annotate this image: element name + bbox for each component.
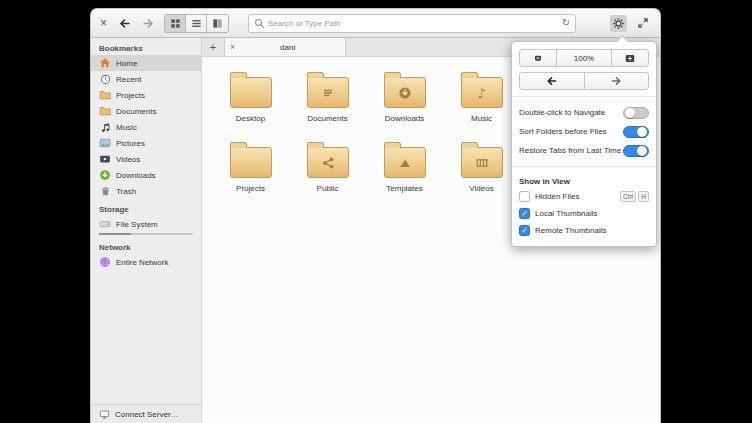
new-tab-button[interactable]: + (202, 38, 224, 56)
file-label: Projects (236, 184, 265, 193)
setting-label: Local Thumbnails (535, 209, 598, 218)
setting-label: Hidden Files (535, 192, 579, 201)
harddrive-icon (99, 218, 111, 230)
sidebar-item-label: Music (116, 123, 137, 132)
zoom-out-icon (531, 52, 545, 64)
sidebar-item-pictures[interactable]: Pictures (91, 135, 201, 151)
folder-videos[interactable]: Videos (443, 141, 520, 193)
filmstrip-emblem-icon (475, 156, 489, 170)
keycap-h: H (638, 191, 649, 202)
back-button[interactable] (116, 15, 133, 32)
tab-title: dani (235, 43, 340, 52)
sidebar-item-trash[interactable]: Trash (91, 183, 201, 199)
sidebar-section-storage-title: Storage (91, 199, 201, 216)
list-view-button[interactable] (186, 15, 207, 32)
file-label: Documents (307, 114, 347, 123)
zoom-in-button[interactable] (611, 49, 649, 67)
mountain-emblem-icon (398, 156, 412, 170)
search-icon (254, 18, 265, 29)
forward-arrow-icon (142, 17, 155, 30)
double-click-toggle[interactable] (623, 107, 649, 119)
column-view-button[interactable] (207, 15, 228, 32)
setting-row-remote-thumbnails: ✓ Remote Thumbnails (519, 222, 649, 239)
sidebar-item-label: Pictures (116, 139, 145, 148)
setting-label: Restore Tabs from Last Time (519, 146, 621, 155)
picture-icon (99, 137, 111, 149)
folder-icon (307, 77, 349, 108)
hidden-files-checkbox[interactable] (519, 191, 530, 202)
folder-icon (307, 147, 349, 178)
folder-icon (384, 147, 426, 178)
undo-button[interactable] (519, 72, 585, 90)
sidebar-item-downloads[interactable]: Downloads (91, 167, 201, 183)
sidebar-item-file-system[interactable]: File System (91, 216, 201, 232)
settings-gear-button[interactable] (610, 15, 627, 32)
zoom-out-button[interactable] (519, 49, 557, 67)
sidebar-item-entire-network[interactable]: Entire Network (91, 254, 201, 270)
view-switcher (164, 14, 229, 33)
folder-public[interactable]: Public (289, 141, 366, 193)
setting-label: Double-click to Navigate (519, 108, 605, 117)
setting-row-local-thumbnails: ✓ Local Thumbnails (519, 205, 649, 222)
zoom-control: 100% (519, 49, 649, 67)
sidebar-item-videos[interactable]: Videos (91, 151, 201, 167)
folder-templates[interactable]: Templates (366, 141, 443, 193)
trash-icon (99, 185, 111, 197)
sidebar-item-recent[interactable]: Recent (91, 71, 201, 87)
file-manager-window: × ↻ (90, 8, 661, 423)
remote-thumbnails-checkbox[interactable]: ✓ (519, 225, 530, 236)
folder-icon (230, 77, 272, 108)
column-view-icon (212, 18, 223, 29)
sidebar-item-label: Trash (116, 187, 136, 196)
grid-view-button[interactable] (165, 15, 186, 32)
refresh-icon[interactable]: ↻ (562, 18, 570, 28)
window-close-button[interactable]: × (100, 17, 107, 29)
folder-icon (99, 89, 111, 101)
file-label: Videos (469, 184, 493, 193)
folder-downloads[interactable]: Downloads (366, 71, 443, 123)
sidebar-item-documents[interactable]: Documents (91, 103, 201, 119)
setting-label: Sort Folders before Files (519, 127, 607, 136)
sidebar-item-label: Documents (116, 107, 156, 116)
local-thumbnails-checkbox[interactable]: ✓ (519, 208, 530, 219)
popover-separator (512, 166, 656, 167)
setting-row-double-click: Double-click to Navigate (519, 103, 649, 122)
forward-button[interactable] (140, 15, 157, 32)
search-bar[interactable]: ↻ (248, 14, 576, 33)
sidebar-item-label: Projects (116, 91, 145, 100)
sidebar-item-music[interactable]: Music (91, 119, 201, 135)
redo-arrow-icon (610, 75, 623, 87)
folder-icon (230, 147, 272, 178)
toggle-knob (625, 108, 635, 118)
folder-desktop[interactable]: Desktop (212, 71, 289, 123)
folder-documents[interactable]: Documents (289, 71, 366, 123)
sidebar-item-projects[interactable]: Projects (91, 87, 201, 103)
headerbar: × ↻ (90, 8, 661, 38)
search-input[interactable] (268, 19, 559, 28)
music-note-emblem-icon: ♪ (477, 86, 485, 99)
folder-projects[interactable]: Projects (212, 141, 289, 193)
sidebar-item-label: File System (116, 220, 158, 229)
toggle-knob (637, 127, 647, 137)
sidebar-item-label: Recent (116, 75, 141, 84)
storage-usage-fill (99, 233, 131, 235)
network-globe-icon (99, 256, 111, 268)
sidebar-item-label: Home (116, 59, 137, 68)
setting-label: Remote Thumbnails (535, 226, 606, 235)
file-label: Templates (386, 184, 422, 193)
sort-folders-toggle[interactable] (623, 126, 649, 138)
redo-button[interactable] (584, 72, 650, 90)
keycap-ctrl: Ctrl (620, 191, 636, 202)
sidebar-item-label: Downloads (116, 171, 156, 180)
folder-music[interactable]: ♪ Music (443, 71, 520, 123)
connect-server-button[interactable]: Connect Server… (91, 404, 201, 423)
folder-icon (384, 77, 426, 108)
fullscreen-button[interactable] (634, 15, 651, 32)
sidebar-item-home[interactable]: Home (91, 55, 201, 71)
tab-dani[interactable]: × dani (224, 38, 346, 56)
connect-server-label: Connect Server… (115, 410, 179, 419)
restore-tabs-toggle[interactable] (623, 145, 649, 157)
file-label: Music (471, 114, 492, 123)
list-view-icon (191, 18, 202, 29)
zoom-level-button[interactable]: 100% (556, 49, 612, 67)
